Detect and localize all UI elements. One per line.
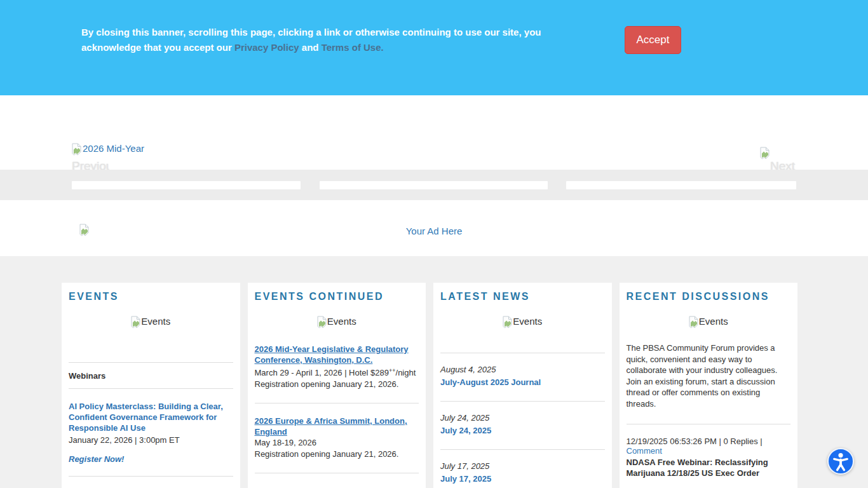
divider: [255, 473, 419, 473]
comment-link[interactable]: Comment: [627, 446, 662, 456]
broken-image-icon: [72, 143, 81, 156]
registration-note: Registration opening January 21, 2026.: [255, 379, 419, 390]
divider: [440, 449, 605, 450]
discussion-timestamp: 12/19/2025 06:53:26 PM | 0 Replies |: [627, 437, 763, 446]
events-continued-card: EVENTS CONTINUED Events 2026 Mid-Year Le…: [248, 283, 426, 488]
forum-intro-text: The PBSA Community Forum provides a quic…: [627, 342, 791, 409]
conference-date-text: March 29 - April 1, 2026 | Hotel $289: [255, 368, 390, 377]
news-date: July 17, 2025: [440, 461, 605, 471]
divider: [69, 476, 233, 477]
latest-news-title: LATEST NEWS: [440, 291, 605, 302]
register-now-link[interactable]: Register Now!: [69, 454, 233, 464]
ad-strip: Your Ad Here: [0, 200, 868, 256]
discussion-title: NDASA Free Webinar: Reclassifying Mariju…: [627, 457, 791, 478]
events-image-alt: Events: [513, 316, 542, 327]
carousel-indicator-band: [0, 170, 868, 200]
divider: [440, 401, 605, 402]
news-link[interactable]: July-August 2025 Journal: [440, 377, 605, 388]
events-title: EVENTS: [69, 291, 233, 302]
divider: [627, 424, 791, 424]
events-image-alt: Events: [327, 316, 356, 327]
columns-section: EVENTS Events Webinars AI Policy Masterc…: [0, 256, 868, 488]
news-date: August 4, 2025: [440, 365, 605, 374]
broken-image-icon: [760, 147, 770, 162]
accept-button[interactable]: Accept: [625, 26, 681, 54]
divider: [69, 362, 233, 363]
terms-of-use-link[interactable]: Terms of Use: [322, 42, 381, 53]
news-link[interactable]: July 24, 2025: [440, 425, 605, 436]
accessibility-icon: [827, 447, 855, 475]
carousel-slide-link[interactable]: 2026 Mid-Year: [72, 143, 144, 156]
carousel-indicator[interactable]: [566, 181, 796, 189]
events-continued-title: EVENTS CONTINUED: [255, 291, 419, 302]
divider: [255, 403, 419, 403]
registration-note: Registration opening January 21, 2026.: [255, 449, 419, 459]
price-superscript: ++: [389, 367, 396, 374]
summit-date: May 18-19, 2026: [255, 437, 419, 448]
carousel-slide-label: 2026 Mid-Year: [83, 143, 144, 154]
carousel-indicator[interactable]: [72, 181, 301, 189]
cookie-banner: By closing this banner, scrolling this p…: [0, 0, 868, 95]
privacy-policy-link[interactable]: Privacy Policy: [234, 42, 299, 53]
latest-news-card: LATEST NEWS Events August 4, 2025 July-A…: [433, 283, 612, 488]
broken-image-icon: [317, 316, 327, 329]
conference-link[interactable]: 2026 Mid-Year Legislative & Regulatory C…: [255, 344, 419, 365]
events-image-alt: Events: [699, 316, 728, 327]
news-link[interactable]: July 17, 2025: [440, 473, 605, 484]
recent-discussions-card: RECENT DISCUSSIONS Events The PBSA Commu…: [620, 283, 798, 488]
conference-date: March 29 - April 1, 2026 | Hotel $289++/…: [255, 365, 419, 378]
cookie-message-period: .: [381, 42, 384, 53]
broken-image-icon: [689, 316, 698, 329]
discussion-meta: 12/19/2025 06:53:26 PM | 0 Replies | Com…: [627, 437, 791, 456]
events-image: Events: [627, 316, 791, 329]
event-date: January 22, 2026 | 3:00pm ET: [69, 435, 233, 445]
pricing-footnote: *Event pricing/costs subject to change: [255, 485, 419, 488]
divider: [440, 353, 605, 353]
news-date: July 24, 2025: [440, 413, 605, 423]
webinars-heading: Webinars: [69, 371, 233, 381]
events-image-alt: Events: [141, 316, 170, 327]
events-image: Events: [69, 316, 233, 329]
cookie-message-and: and: [299, 42, 322, 53]
broken-image-icon: [131, 316, 140, 329]
broken-image-icon: [503, 316, 512, 329]
carousel-indicator[interactable]: [320, 181, 548, 189]
cookie-message: By closing this banner, scrolling this p…: [81, 25, 599, 55]
recent-discussions-title: RECENT DISCUSSIONS: [627, 291, 791, 302]
divider: [69, 388, 233, 389]
your-ad-here-link[interactable]: Your Ad Here: [0, 226, 868, 236]
events-card: EVENTS Events Webinars AI Policy Masterc…: [62, 283, 240, 488]
events-image: Events: [440, 316, 605, 329]
summit-link[interactable]: 2026 Europe & Africa Summit, London, Eng…: [255, 416, 419, 437]
event-link[interactable]: AI Policy Masterclass: Building a Clear,…: [69, 401, 233, 433]
accessibility-widget-button[interactable]: [827, 447, 855, 475]
hero-carousel: 2026 Mid-Year Previous Next: [0, 95, 868, 200]
events-image: Events: [255, 316, 419, 329]
cards-row: EVENTS Events Webinars AI Policy Masterc…: [62, 283, 797, 488]
conference-date-suffix: /night: [396, 368, 416, 377]
